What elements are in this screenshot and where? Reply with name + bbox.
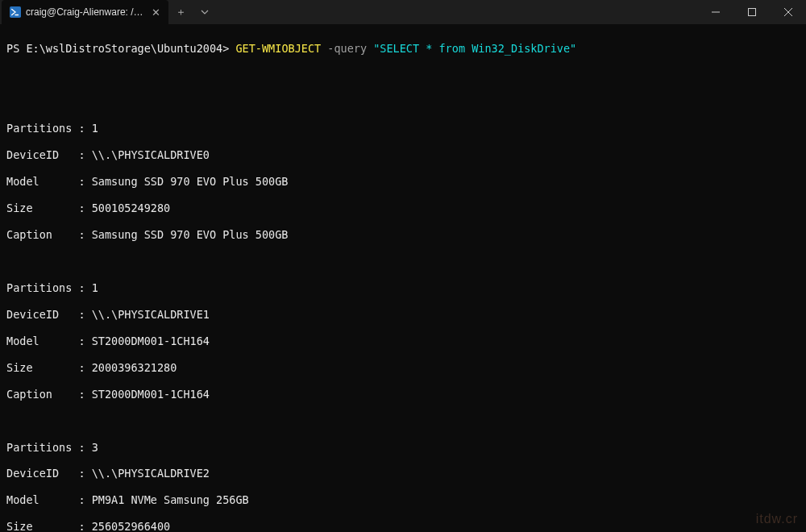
new-tab-button[interactable]: ＋ — [168, 0, 193, 24]
drive-block: Partitions : 3 — [6, 441, 800, 454]
drive-block: Partitions : 1 — [6, 281, 800, 294]
tab-close-icon[interactable]: ✕ — [152, 6, 160, 19]
prompt-line: PS E:\wslDistroStorage\Ubuntu2004> GET-W… — [6, 42, 800, 55]
tab-area: craig@Craig-Alienware: /mnt/v ✕ ＋ — [0, 0, 217, 24]
close-button[interactable] — [770, 0, 806, 24]
terminal-output[interactable]: PS E:\wslDistroStorage\Ubuntu2004> GET-W… — [0, 24, 806, 532]
window-controls — [697, 0, 806, 24]
tab-title: craig@Craig-Alienware: /mnt/v — [26, 6, 147, 18]
powershell-icon — [10, 6, 21, 18]
drive-block: Partitions : 1 — [6, 122, 800, 135]
tab-dropdown-button[interactable] — [193, 0, 217, 24]
minimize-button[interactable] — [697, 0, 733, 24]
tab-active[interactable]: craig@Craig-Alienware: /mnt/v ✕ — [2, 0, 168, 24]
maximize-button[interactable] — [733, 0, 770, 24]
svg-rect-2 — [748, 9, 755, 16]
titlebar: craig@Craig-Alienware: /mnt/v ✕ ＋ — [0, 0, 806, 24]
